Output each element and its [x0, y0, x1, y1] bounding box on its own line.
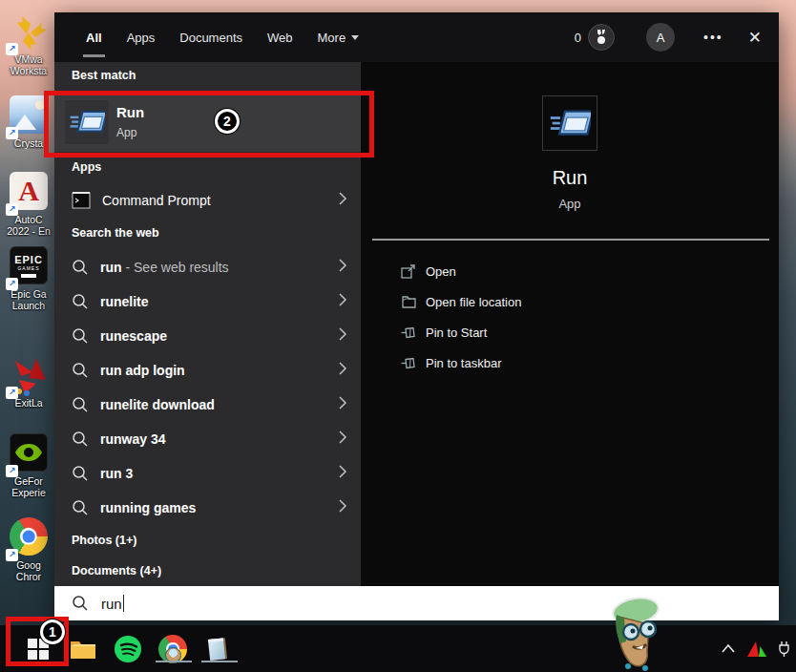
shortcut-arrow-icon: ↗: [6, 203, 18, 216]
shortcut-arrow-icon: ↗: [6, 278, 18, 290]
tray-expand-chevron[interactable]: [712, 625, 744, 672]
desktop-icon-label: Chror: [0, 571, 57, 582]
desktop-icon-geforce[interactable]: ↗ GeFor Experie: [0, 431, 57, 498]
vmware-icon: ↗: [8, 11, 50, 53]
web-suggestion[interactable]: runescape: [54, 319, 361, 353]
chevron-right-icon[interactable]: [339, 499, 347, 516]
autocad-icon: A ↗: [8, 172, 50, 214]
suggestion-query: runescape: [100, 328, 167, 344]
annotation-step1-badge: 1: [40, 620, 65, 644]
taskbar-chrome[interactable]: [152, 625, 194, 672]
desktop-icon-vmware[interactable]: ↗ VMwa Worksta: [0, 11, 57, 76]
chevron-right-icon[interactable]: [339, 465, 347, 482]
tab-more[interactable]: More: [318, 12, 360, 62]
desktop-icon-label: 2022 - En: [0, 225, 57, 237]
chevron-right-icon[interactable]: [339, 362, 347, 379]
suggestion-query: run: [100, 260, 122, 275]
tab-documents[interactable]: Documents: [179, 12, 242, 62]
tab-apps[interactable]: Apps: [127, 12, 156, 62]
result-label: Command Prompt: [102, 193, 211, 208]
shortcut-arrow-icon: ↗: [6, 127, 18, 139]
rewards-count: 0: [575, 31, 581, 45]
preview-subtitle: App: [361, 197, 779, 211]
desktop-icon-epic[interactable]: EPIC GAMES ↗ Epic Ga Launch: [0, 244, 57, 311]
launch-icon: [401, 263, 417, 280]
web-suggestion[interactable]: runelite: [54, 284, 361, 319]
action-pin-to-taskbar[interactable]: Pin to taskbar: [361, 348, 779, 377]
desktop-icon-label: Experie: [0, 487, 57, 498]
chevron-right-icon[interactable]: [339, 293, 347, 310]
chevron-right-icon[interactable]: [339, 396, 347, 413]
search-icon: [72, 430, 89, 448]
search-icon: [72, 362, 89, 379]
preview-panel: Run App Open Open file location: [361, 62, 779, 586]
suggestion-query: run adp login: [100, 363, 185, 378]
cmd-icon: [72, 191, 91, 210]
action-open[interactable]: Open: [361, 257, 779, 285]
web-suggestion[interactable]: runway 34: [54, 422, 361, 456]
ellipsis-icon[interactable]: •••: [703, 30, 723, 45]
taskbar-notepad[interactable]: [198, 625, 240, 672]
rewards-medal-icon[interactable]: [588, 24, 615, 51]
text-cursor: [123, 595, 124, 612]
chrome-icon: ↗: [8, 517, 50, 559]
shortcut-arrow-icon: ↗: [6, 465, 18, 477]
desktop-icon-label: Launch: [0, 300, 57, 311]
tab-all[interactable]: All: [86, 12, 102, 62]
caret-down-icon: [351, 35, 359, 40]
web-suggestion[interactable]: runelite download: [54, 388, 361, 422]
apps-header: Apps: [72, 160, 101, 174]
taskbar: APPUALS: [0, 625, 796, 672]
search-icon: [72, 595, 89, 612]
epic-games-icon: EPIC GAMES ↗: [8, 246, 50, 288]
close-icon[interactable]: ✕: [748, 28, 762, 48]
search-input[interactable]: run: [54, 586, 779, 620]
shortcut-arrow-icon: ↗: [6, 43, 18, 55]
geforce-icon: ↗: [8, 433, 50, 475]
avatar[interactable]: A: [646, 23, 675, 52]
web-suggestion[interactable]: running games: [54, 491, 361, 525]
web-suggestion-see-results[interactable]: run - See web results: [54, 250, 361, 284]
desktop: ↗ VMwa Worksta ↗ Crysta A ↗ AutoC 2022 -…: [0, 0, 796, 672]
running-app-indicator: [156, 661, 192, 662]
search-filter-bar: All Apps Documents Web More 0 A ••• ✕: [54, 12, 779, 62]
action-pin-to-start[interactable]: Pin to Start: [361, 318, 779, 346]
pin-icon: [401, 355, 417, 371]
desktop-icon-label: Worksta: [0, 65, 57, 76]
chevron-right-icon[interactable]: [339, 430, 347, 448]
suggestion-query: run 3: [100, 466, 133, 481]
folder-icon: [401, 294, 417, 310]
search-icon: [72, 465, 89, 482]
best-match-header: Best match: [72, 69, 136, 82]
suggestion-query: runelite download: [100, 397, 215, 412]
annotation-box-step2: [44, 91, 374, 158]
tab-web[interactable]: Web: [267, 12, 293, 62]
documents-section-header[interactable]: Documents (4+): [72, 564, 161, 578]
running-app-indicator: [201, 661, 238, 662]
suggestion-query: runway 34: [100, 431, 165, 447]
suggestion-suffix: - See web results: [122, 260, 229, 275]
tray-afterburner-icon[interactable]: [743, 625, 771, 672]
web-suggestion[interactable]: run adp login: [54, 353, 361, 388]
tray-power-plug-icon[interactable]: [773, 625, 796, 672]
result-command-prompt[interactable]: Command Prompt: [54, 182, 361, 219]
photos-section-header[interactable]: Photos (1+): [72, 534, 136, 547]
chevron-right-icon[interactable]: [339, 192, 347, 209]
search-icon: [72, 293, 89, 310]
taskbar-spotify[interactable]: [107, 625, 149, 672]
exitlag-icon: ↗: [8, 355, 50, 397]
desktop-icon-chrome[interactable]: ↗ Goog Chror: [0, 515, 57, 582]
action-open-file-location[interactable]: Open file location: [361, 287, 779, 316]
divider: [372, 239, 769, 241]
search-icon: [72, 327, 89, 345]
search-icon: [72, 499, 89, 516]
chevron-right-icon[interactable]: [339, 327, 347, 345]
search-icon: [72, 396, 89, 413]
chevron-right-icon[interactable]: [339, 259, 347, 276]
web-suggestion[interactable]: run 3: [54, 456, 361, 491]
shortcut-arrow-icon: ↗: [6, 549, 18, 561]
watermark-mascot: [607, 596, 666, 672]
run-app-icon: [542, 95, 597, 151]
desktop-icon-autocad[interactable]: A ↗ AutoC 2022 - En: [0, 170, 57, 237]
desktop-icon-exitlag[interactable]: ↗ ExitLa: [0, 355, 57, 409]
